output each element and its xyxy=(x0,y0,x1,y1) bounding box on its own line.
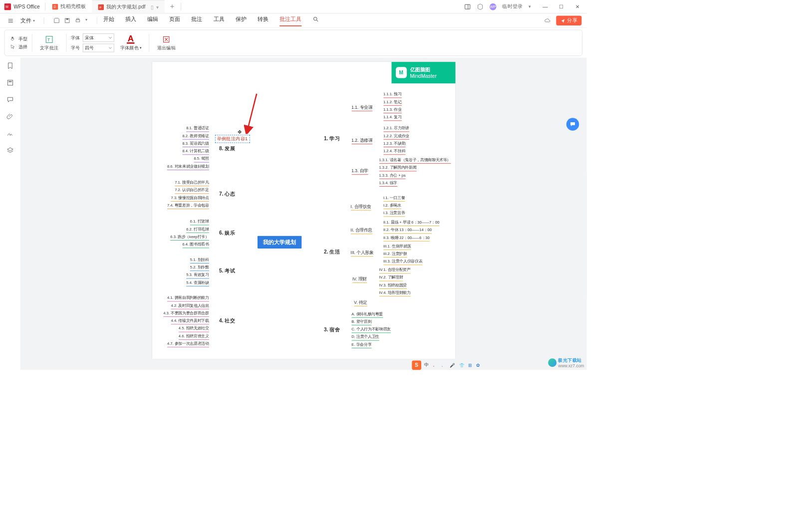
attachment-icon[interactable] xyxy=(6,113,14,120)
leaf: 1.2.1. 尽力听讲 xyxy=(383,126,409,132)
leaf: D. 注意个人卫生 xyxy=(351,334,379,341)
text-annotation-button[interactable]: T 文字批注 xyxy=(36,34,62,51)
leaf: 1.3.2. 了解国内外新闻 xyxy=(379,165,416,172)
chat-icon xyxy=(569,121,576,128)
menu-item[interactable]: 页面 xyxy=(169,15,180,26)
leaf: 4.7. 参加一次志愿者活动 xyxy=(167,341,209,347)
annotation-box[interactable]: 举例批注内容1 xyxy=(215,135,250,143)
branch-2-title: 2. 生活 xyxy=(324,249,340,255)
leaf: I.2. 多喝水 xyxy=(383,203,401,209)
avatar[interactable]: WP xyxy=(490,3,497,10)
assistant-float-button[interactable] xyxy=(566,118,579,131)
menu-item[interactable]: 编辑 xyxy=(147,15,158,26)
svg-text:D: D xyxy=(53,5,56,8)
leaf: 4.2. 及时回复他人信息 xyxy=(171,303,209,309)
sub: V. 待定 xyxy=(354,299,367,306)
leaf: 8.1. 普通话证 xyxy=(186,126,209,132)
new-tab-button[interactable]: ＋ xyxy=(165,2,180,11)
leaf: 7.3. 慢慢挖掘自我特点 xyxy=(171,195,209,202)
login-label[interactable]: 临时登录 xyxy=(502,3,523,10)
signature-icon[interactable] xyxy=(6,130,14,137)
text-annot-icon: T xyxy=(45,35,53,43)
tab-menu-icon[interactable]: ▾ xyxy=(156,4,159,10)
svg-text:T: T xyxy=(47,37,50,42)
exit-edit-button[interactable]: 退出编辑 xyxy=(154,34,179,51)
cube-icon[interactable] xyxy=(477,3,484,10)
leaf: II.1. 晨练 + 早读 6：30——7：00 xyxy=(383,220,439,226)
close-button[interactable]: ✕ xyxy=(571,3,583,9)
menu-hamburger[interactable] xyxy=(5,17,16,23)
svg-rect-11 xyxy=(77,18,79,20)
ime-chip[interactable]: 、 xyxy=(440,362,447,369)
branch-5-title: 5. 考试 xyxy=(219,267,235,274)
leaf: 1.2.4. 不挂科 xyxy=(383,149,405,155)
comment-icon[interactable] xyxy=(6,96,14,103)
ime-icon[interactable]: 👕 xyxy=(458,362,465,368)
svg-line-19 xyxy=(247,94,257,131)
menu-item[interactable]: 批注 xyxy=(191,15,202,26)
svg-rect-10 xyxy=(76,20,79,22)
leaf: 7.4. 尊重差异，学会包容 xyxy=(167,203,209,209)
sub: II. 合理作息 xyxy=(351,228,372,235)
ime-icon[interactable]: ⊞ xyxy=(467,362,473,368)
leaf: 5.2. 别作弊 xyxy=(190,264,209,271)
brand-line2: MindMaster xyxy=(410,73,437,79)
leaf: I.3. 注意营养 xyxy=(383,211,405,217)
leaf: 1.1.1. 预习 xyxy=(383,92,402,98)
canvas[interactable]: M 亿图脑图MindMaster ✥ 举例批注内容1 我的大学规划 8. 发展 … xyxy=(20,58,587,370)
tab-label: 找稻壳模板 xyxy=(60,3,86,10)
layers-icon[interactable] xyxy=(6,147,14,154)
ime-chip[interactable]: 。 xyxy=(431,362,438,369)
ime-chip[interactable]: 中 xyxy=(423,362,430,369)
svg-text:W: W xyxy=(5,5,9,8)
leaf: 4.6. 拒绝官僚主义 xyxy=(179,333,209,340)
bookmark-icon[interactable] xyxy=(6,62,14,69)
hand-tool[interactable]: 手型 xyxy=(10,35,28,42)
sidebar-tools xyxy=(0,58,20,370)
maximize-button[interactable]: ☐ xyxy=(555,3,567,9)
menu-item[interactable]: 工具 xyxy=(214,15,225,26)
ime-bar[interactable]: S 中 。 、 🎤 👕 ⊞ ✿ xyxy=(412,361,481,370)
tab-template[interactable]: D 找稻壳模板 xyxy=(46,0,92,13)
font-color-button[interactable]: A 字体颜色▾ xyxy=(117,35,145,51)
share-button[interactable]: 分享 xyxy=(556,15,581,25)
open-icon[interactable] xyxy=(53,17,60,24)
sub: 1.2. 选修课 xyxy=(351,137,372,144)
menu-item-active[interactable]: 批注工具 xyxy=(279,15,301,26)
size-select[interactable]: 四号 xyxy=(83,44,114,52)
panel-icon[interactable] xyxy=(464,3,471,10)
share-label: 分享 xyxy=(567,17,577,24)
cloud-icon[interactable] xyxy=(544,17,551,24)
ime-icon[interactable]: 🎤 xyxy=(448,362,456,368)
branch-6-title: 6. 娱乐 xyxy=(219,230,235,237)
select-tool[interactable]: 选择 xyxy=(10,44,28,50)
leaf: II.2. 午休 13：00——14：00 xyxy=(383,228,432,234)
print-icon[interactable] xyxy=(75,17,81,24)
leaf: 7.1. 接受自己的平凡 xyxy=(175,180,209,186)
menu-item[interactable]: 插入 xyxy=(125,15,136,26)
file-menu[interactable]: 文件▾ xyxy=(18,17,38,24)
chevron-down-icon[interactable]: ▾ xyxy=(529,4,531,9)
font-color-icon: A xyxy=(127,35,135,44)
menu-item[interactable]: 转换 xyxy=(258,15,269,26)
ime-icon[interactable]: ✿ xyxy=(475,362,481,368)
chevron-down-icon[interactable]: ▾ xyxy=(85,17,87,24)
menu-item[interactable]: 开始 xyxy=(103,15,114,26)
share-icon xyxy=(560,18,565,23)
leaf: 8.6. 对未来就业做好规划 xyxy=(167,164,209,170)
save-icon[interactable] xyxy=(64,17,70,24)
pdf-page: M 亿图脑图MindMaster ✥ 举例批注内容1 我的大学规划 8. 发展 … xyxy=(152,62,455,359)
leaf: 1.1.4. 复习 xyxy=(383,115,402,121)
leaf: III.1. 生病早就医 xyxy=(383,244,411,250)
leaf: 1.3.3. 办公 + ps xyxy=(379,173,405,179)
mindmap-center: 我的大学规划 xyxy=(258,236,301,249)
leaf: IV.2. 了解理财 xyxy=(379,275,403,281)
svg-point-12 xyxy=(314,17,317,20)
tab-document[interactable]: P 我的大学规划.pdf ▯ ▾ xyxy=(92,0,164,13)
menu-item[interactable]: 保护 xyxy=(236,15,247,26)
minimize-button[interactable]: — xyxy=(539,3,551,9)
font-select[interactable]: 宋体 xyxy=(83,33,114,42)
thumbnails-icon[interactable] xyxy=(6,79,14,86)
search-icon[interactable] xyxy=(312,16,319,22)
ribbon: 手型 选择 T 文字批注 字体 宋体 字号 四号 A 字体颜色▾ 退出编辑 xyxy=(4,30,583,56)
